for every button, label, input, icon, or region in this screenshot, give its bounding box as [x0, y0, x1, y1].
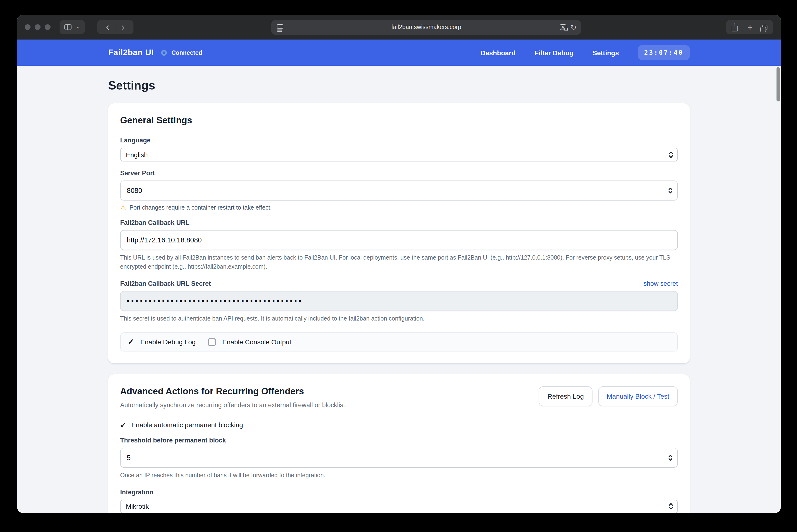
- zoom-button[interactable]: [45, 24, 51, 30]
- history-nav: ‹ ›: [97, 20, 133, 34]
- auto-permanent-blocking-label: Enable automatic permanent blocking: [131, 421, 243, 429]
- console-output-label: Enable Console Output: [222, 338, 291, 346]
- nav-item-dashboard[interactable]: Dashboard: [481, 49, 515, 56]
- manually-block-test-button[interactable]: Manually Block / Test: [598, 386, 678, 406]
- address-bar[interactable]: fail2ban.swissmakers.corp A ↻: [271, 20, 581, 35]
- number-stepper-icon[interactable]: [668, 454, 673, 461]
- warning-icon: ⚠: [120, 204, 126, 211]
- integration-label: Integration: [120, 489, 678, 496]
- threshold-help: Once an IP reaches this number of bans i…: [120, 471, 678, 480]
- integration-select-value: Mikrotik: [126, 502, 149, 510]
- number-stepper-icon[interactable]: [668, 187, 673, 194]
- nav-item-filter-debug[interactable]: Filter Debug: [535, 49, 574, 56]
- urlbar-area: fail2ban.swissmakers.corp A ↻: [133, 20, 719, 35]
- sidebar-toggle-button[interactable]: ⌄: [59, 20, 85, 34]
- minimize-button[interactable]: [35, 24, 40, 30]
- auto-permanent-blocking-checkbox[interactable]: ✓: [120, 421, 126, 429]
- integration-select[interactable]: Mikrotik: [120, 499, 678, 513]
- share-icon[interactable]: ↑: [732, 25, 738, 31]
- show-secret-link[interactable]: show secret: [644, 280, 678, 287]
- app-title: Fail2ban UI: [108, 48, 154, 58]
- browser-window: ⌄ ‹ › fail2ban.swissmakers.corp A ↻: [17, 15, 781, 513]
- language-select-value: English: [126, 151, 148, 158]
- translate-badge-icon: [564, 27, 567, 31]
- browser-titlebar: ⌄ ‹ › fail2ban.swissmakers.corp A ↻: [17, 15, 781, 40]
- logging-options-panel: ✓ Enable Debug Log Enable Console Output: [120, 332, 678, 352]
- page-format-icon: [277, 24, 284, 28]
- general-settings-card: General Settings Language English Server…: [108, 103, 690, 363]
- server-port-label: Server Port: [120, 170, 678, 177]
- advanced-actions-heading: Advanced Actions for Recurring Offenders: [120, 386, 347, 397]
- language-select[interactable]: English: [120, 148, 678, 162]
- callback-secret-help: This secret is used to authenticate ban …: [120, 314, 678, 324]
- scrollbar-thumb[interactable]: [777, 67, 780, 101]
- callback-url-help: This URL is used by all Fail2Ban instanc…: [120, 253, 678, 272]
- tab-overview-icon[interactable]: [762, 24, 767, 30]
- select-caret-icon: [668, 502, 673, 511]
- language-label: Language: [120, 137, 678, 144]
- callback-secret-label: Fail2ban Callback URL Secret: [120, 280, 211, 287]
- advanced-actions-subtitle: Automatically synchronize recurring offe…: [120, 401, 347, 408]
- close-button[interactable]: [25, 24, 31, 30]
- screenshot-root: ⌄ ‹ › fail2ban.swissmakers.corp A ↻: [0, 0, 797, 532]
- app-navbar: Fail2ban UI Connected Dashboard Filter D…: [17, 40, 781, 66]
- translate-icon[interactable]: A: [559, 24, 566, 30]
- reload-icon[interactable]: ↻: [570, 23, 576, 31]
- forward-button[interactable]: ›: [115, 21, 131, 33]
- page-title: Settings: [108, 79, 690, 92]
- callback-secret-input[interactable]: [120, 291, 678, 311]
- server-port-input[interactable]: [120, 180, 678, 201]
- advanced-actions-card: Advanced Actions for Recurring Offenders…: [108, 374, 690, 513]
- nav-item-settings[interactable]: Settings: [593, 49, 619, 56]
- general-settings-heading: General Settings: [120, 115, 678, 126]
- translate-letter: A: [562, 25, 564, 29]
- server-port-warning: Port changes require a container restart…: [129, 204, 272, 211]
- sidebar-icon: [65, 24, 72, 30]
- share-arrow-icon: ↑: [733, 21, 736, 27]
- console-output-checkbox[interactable]: [208, 338, 216, 346]
- url-text: fail2ban.swissmakers.corp: [391, 24, 461, 31]
- callback-url-input[interactable]: [120, 230, 678, 250]
- refresh-log-button[interactable]: Refresh Log: [539, 386, 593, 406]
- back-button[interactable]: ‹: [100, 21, 115, 33]
- page-content: Settings General Settings Language Engli…: [17, 66, 781, 513]
- connection-status-label: Connected: [171, 49, 202, 56]
- new-tab-icon[interactable]: +: [747, 23, 753, 32]
- connection-status-icon: [161, 50, 167, 56]
- debug-log-checkbox[interactable]: ✓: [128, 338, 134, 346]
- threshold-label: Threshold before permanent block: [120, 437, 678, 444]
- debug-log-label: Enable Debug Log: [140, 338, 196, 346]
- threshold-input[interactable]: [120, 448, 678, 468]
- clock-badge: 23:07:40: [638, 45, 690, 60]
- toolbar-buttons: ↑ +: [726, 20, 773, 34]
- chevron-down-icon: ⌄: [75, 23, 80, 29]
- select-caret-icon: [668, 150, 673, 159]
- callback-url-label: Fail2ban Callback URL: [120, 219, 678, 226]
- window-controls: [25, 24, 51, 30]
